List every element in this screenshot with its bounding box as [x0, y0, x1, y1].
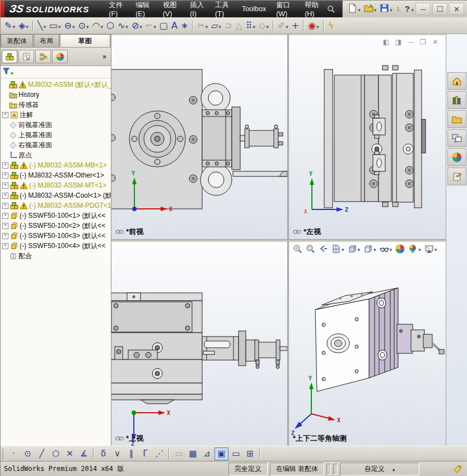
section-view-caret-icon[interactable] — [341, 244, 344, 254]
tree-item[interactable]: 右视基准面 — [1, 140, 111, 150]
hide-show-items-caret-icon[interactable] — [389, 244, 393, 254]
tree-item[interactable]: 前视基准面 — [1, 120, 111, 130]
expand-toggle[interactable]: + — [2, 162, 8, 169]
open-document-button[interactable] — [363, 2, 378, 16]
view-settings-button[interactable] — [424, 243, 438, 254]
tree-item[interactable]: +(-) MJ8032-ASSM-MB<1> — [1, 160, 111, 170]
perpendicular-relation-button[interactable]: Γ — [139, 448, 152, 460]
coincident-relation-button[interactable]: ∨ — [111, 448, 124, 460]
three-point-arc-caret-icon[interactable] — [100, 21, 103, 31]
straight-slot-button[interactable]: ⊖ — [63, 20, 76, 31]
tree-item[interactable]: +(-) MJ8032-ASSM-Other<1> — [1, 170, 111, 180]
circle-button[interactable]: ⊙ — [77, 20, 90, 31]
menu-item-0[interactable]: 文件(F) — [104, 1, 130, 17]
zoom-to-fit-button[interactable] — [292, 244, 303, 254]
corner-rectangle-caret-icon[interactable] — [58, 21, 61, 31]
view-orientation-caret-icon[interactable] — [357, 244, 361, 254]
shaded-sketch-contours-button[interactable]: ▣ — [214, 447, 228, 460]
sketch-caret-icon[interactable] — [12, 21, 15, 31]
save-document-button[interactable] — [379, 2, 394, 16]
tree-item[interactable]: +(-) MJ8032-ASSM-PDGT<1> — [1, 200, 111, 211]
tree-item[interactable]: 原点 — [1, 150, 111, 160]
expand-toggle[interactable]: + — [2, 213, 8, 219]
ellipse-button[interactable]: ⊘ — [130, 20, 143, 31]
tree-item[interactable]: +(-) SSWF50-100<3> (默认<< — [1, 231, 111, 241]
close-document-button[interactable]: ✕ — [431, 38, 440, 46]
sketch-angle-button[interactable]: ∡ — [77, 448, 90, 460]
apply-scene-button[interactable] — [408, 243, 422, 254]
file-explorer-button[interactable] — [447, 110, 466, 128]
move-entities-caret-icon[interactable] — [265, 21, 269, 31]
tree-item[interactable]: +(-) SSWF50-100<4> (默认<< — [1, 241, 111, 251]
displaymanager-tab[interactable] — [52, 50, 68, 63]
menu-item-7[interactable]: 帮助(H) — [300, 1, 327, 17]
display-style-caret-icon[interactable] — [373, 244, 376, 254]
sketch-polygon-button[interactable]: ⬡ — [49, 448, 62, 460]
straight-slot-caret-icon[interactable] — [72, 21, 75, 31]
tree-item[interactable]: +A注解 — [1, 110, 111, 120]
menu-item-4[interactable]: 工具(T) — [210, 1, 237, 17]
parallel-relation-button[interactable]: ∥ — [125, 448, 138, 460]
tree-item[interactable]: +(-) SSWF50-100<2> (默认<< — [1, 221, 111, 231]
apply-scene-caret-icon[interactable] — [418, 244, 421, 254]
toolbar-grip[interactable] — [2, 448, 4, 459]
view-settings-caret-icon[interactable] — [434, 244, 437, 254]
menu-item-3[interactable]: 插入(I) — [185, 1, 210, 17]
open-document-caret-icon[interactable] — [373, 4, 377, 14]
convert-entities-caret-icon[interactable] — [218, 21, 222, 31]
configurationmanager-tab[interactable] — [35, 50, 51, 63]
featuremanager-tab[interactable] — [2, 50, 17, 63]
tree-item[interactable]: +(-) SSWF50-100<1> (默认<< — [1, 211, 111, 221]
text-button[interactable]: A — [170, 20, 179, 31]
new-document-caret-icon[interactable] — [357, 4, 361, 14]
propertymanager-tab[interactable] — [18, 50, 34, 63]
expand-toggle[interactable]: + — [2, 112, 8, 118]
trim-entities-caret-icon[interactable] — [205, 21, 208, 31]
save-document-caret-icon[interactable] — [389, 4, 393, 14]
menu-item-1[interactable]: 编辑(E) — [130, 1, 157, 17]
smart-dimension-button[interactable]: ◈ — [17, 20, 30, 31]
repair-sketch-button[interactable]: + — [291, 20, 300, 31]
view-palette-button[interactable] — [447, 129, 466, 147]
rapid-sketch-caret-icon[interactable] — [316, 21, 319, 31]
custom-properties-button[interactable] — [447, 167, 466, 185]
minimize-window-button[interactable]: ─ — [415, 3, 431, 15]
expand-toggle[interactable]: + — [2, 233, 8, 239]
angle-snap-button[interactable]: ⊿ — [200, 448, 213, 460]
grid-button[interactable]: ▦ — [186, 448, 199, 460]
tree-item[interactable]: MJ8032-ASSM (默认<默认_显 — [1, 80, 111, 90]
section-view-button[interactable] — [331, 243, 345, 254]
restore-document-button[interactable]: ❐ — [418, 38, 428, 46]
tree-item[interactable]: History — [1, 90, 111, 100]
spline-caret-icon[interactable] — [125, 21, 128, 31]
appearances-scenes-button[interactable] — [447, 148, 466, 166]
spline-button[interactable]: ∿ — [116, 20, 129, 31]
selection-box-button[interactable]: ▢ — [158, 20, 169, 31]
expand-toggle[interactable]: + — [2, 172, 8, 179]
minimize-document-button[interactable]: ─ — [406, 38, 415, 46]
search-icon[interactable] — [327, 5, 335, 13]
menu-item-6[interactable]: 窗口(W) — [271, 1, 300, 17]
design-library-button[interactable] — [447, 91, 466, 109]
tree-item[interactable]: +(-) MJ8032-ASSM-Cool<1> (默 — [1, 190, 111, 200]
expand-toggle[interactable]: + — [2, 223, 8, 229]
tree-item[interactable]: +(-) MJ8032-ASSM-MT<1> — [1, 180, 111, 190]
convert-entities-button[interactable]: ▱ — [210, 20, 222, 31]
horizontal-splitter[interactable] — [111, 239, 446, 241]
viewport-top-view[interactable]: X Z *上视 — [111, 241, 287, 446]
linear-sketch-pattern-caret-icon[interactable] — [252, 21, 255, 31]
tab-装配体[interactable]: 装配体 — [1, 34, 33, 47]
tile-left-button[interactable]: ◧ — [381, 38, 391, 46]
sketch-line-button[interactable]: ╱ — [35, 448, 48, 460]
expand-toggle[interactable]: + — [2, 243, 8, 249]
new-document-button[interactable] — [347, 2, 362, 16]
tree-item[interactable]: 传感器 — [1, 100, 111, 110]
tag-icon[interactable] — [453, 465, 462, 474]
edit-appearance-button[interactable] — [395, 244, 405, 254]
sketch-fillet-caret-icon[interactable] — [153, 21, 156, 31]
circle-caret-icon[interactable] — [86, 21, 89, 31]
tab-草图[interactable]: 草图 — [60, 34, 110, 47]
trim-cross-button[interactable]: ✕ — [63, 448, 76, 460]
viewport-front-view[interactable]: Y X *前视 — [111, 35, 287, 239]
smart-dimension-caret-icon[interactable] — [25, 21, 29, 31]
